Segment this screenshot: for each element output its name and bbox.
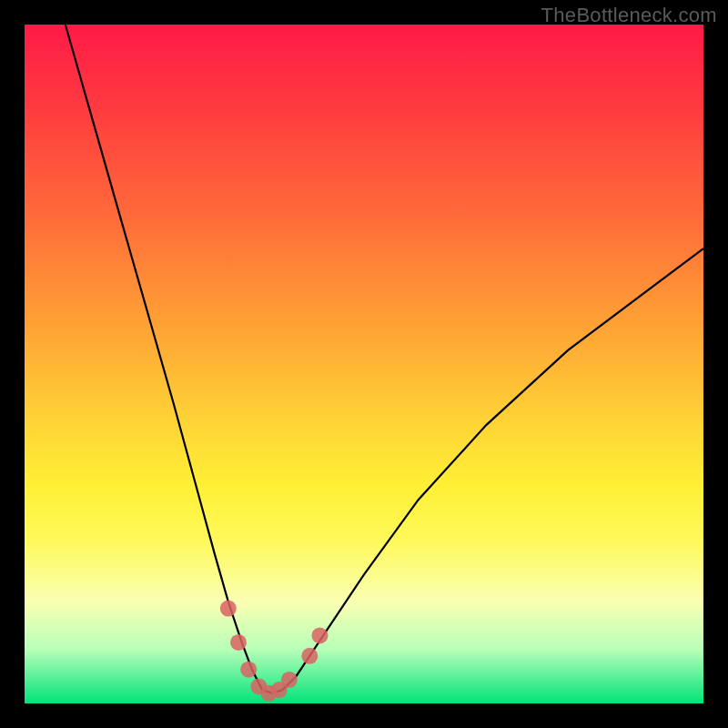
bottleneck-chart bbox=[25, 25, 703, 703]
gradient-plot-area bbox=[25, 25, 703, 703]
bottleneck-curve bbox=[66, 25, 703, 693]
marker-dot bbox=[301, 648, 318, 664]
marker-dot bbox=[230, 634, 247, 651]
marker-dot bbox=[220, 601, 237, 617]
marker-dot bbox=[281, 672, 298, 688]
highlight-markers bbox=[220, 601, 329, 702]
marker-dot bbox=[240, 662, 257, 678]
marker-dot bbox=[312, 627, 329, 643]
watermark-text: TheBottleneck.com bbox=[541, 4, 717, 27]
